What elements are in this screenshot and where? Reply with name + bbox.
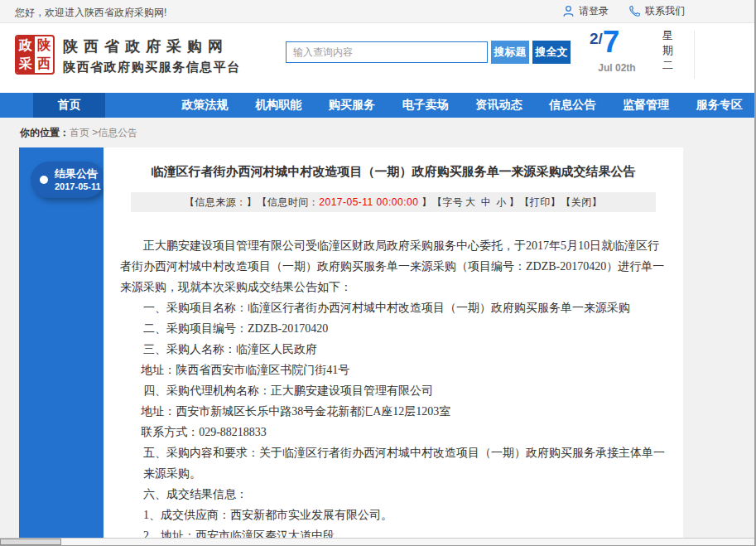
breadcrumb: 你的位置：首页 >信息公告 bbox=[20, 126, 137, 140]
content-panel: 临潼区行者街办西河村城中村改造项目（一期）政府购买服务单一来源采购成交结果公告 … bbox=[104, 147, 683, 545]
article-paragraph: 正大鹏安建设项目管理有限公司受临潼区财政局政府采购服务中心委托，于2017年5月… bbox=[120, 235, 667, 297]
site-logo: 政陕采西 bbox=[15, 35, 55, 75]
print-button[interactable]: 【打印】 bbox=[519, 196, 561, 208]
close-button[interactable]: 【关闭】 bbox=[561, 196, 602, 208]
main-nav: 首页政策法规机构职能购买服务电子卖场资讯动态信息公告监督管理服务专区 bbox=[0, 93, 756, 118]
date-widget: 2/7 bbox=[590, 25, 619, 60]
bullet-dot-icon bbox=[40, 176, 48, 184]
site-header: 政陕采西 陕西省政府采购网 陕西省政府购买服务信息平台 搜标题 搜全文 2/7 … bbox=[0, 24, 756, 93]
scrollbar-thumb[interactable] bbox=[0, 539, 61, 545]
header-divider bbox=[694, 31, 695, 79]
search-input[interactable] bbox=[286, 41, 488, 63]
article-meta-bar: 【信息来源：】【信息时间：2017-05-11 00:00:00 】【字号大中小… bbox=[131, 192, 656, 212]
login-label: 请登录 bbox=[579, 4, 609, 18]
sidebar-date: 2017-05-11 bbox=[55, 181, 101, 191]
nav-item-2[interactable]: 政策法规 bbox=[168, 93, 242, 118]
nav-item-8[interactable]: 监督管理 bbox=[609, 93, 683, 118]
breadcrumb-label: 你的位置： bbox=[20, 127, 70, 138]
nav-item-7[interactable]: 信息公告 bbox=[536, 93, 609, 118]
top-bar: 您好，欢迎进入陕西省政府采购网! 请登录 联系我们 bbox=[0, 0, 756, 23]
main-area: 你的位置：首页 >信息公告 结果公告 2017-05-11 临潼区行者街办西河村… bbox=[0, 118, 756, 545]
article-paragraph: 四、采购代理机构名称：正大鹏安建设项目管理有限公司 bbox=[120, 380, 667, 401]
date-month: 2/ bbox=[590, 30, 603, 47]
welcome-text: 您好，欢迎进入陕西省政府采购网! bbox=[15, 6, 166, 20]
site-subtitle: 陕西省政府购买服务信息平台 bbox=[63, 60, 241, 75]
article-paragraph: 地址：西安市新城区长乐中路38号金花新都汇A座12层1203室 bbox=[120, 401, 667, 422]
article-paragraph: 六、成交结果信息： bbox=[120, 484, 667, 505]
date-english: Jul 02th bbox=[588, 62, 646, 74]
date-weekday: 星期二 bbox=[662, 28, 675, 73]
breadcrumb-path[interactable]: 首页 >信息公告 bbox=[70, 127, 137, 138]
article-paragraph: 一、采购项目名称：临潼区行者街办西河村城中村改造项目（一期）政府购买服务单一来源… bbox=[120, 297, 667, 318]
article-body: 正大鹏安建设项目管理有限公司受临潼区财政局政府采购服务中心委托，于2017年5月… bbox=[104, 235, 683, 546]
meta-fontsize-prefix: 【字号 bbox=[432, 196, 464, 208]
horizontal-scrollbar[interactable] bbox=[0, 538, 756, 545]
logo-char: 政 bbox=[17, 36, 35, 55]
article-paragraph: 1、成交供应商：西安新都市实业发展有限公司。 bbox=[120, 505, 667, 525]
article-paragraph: 三、采购人名称：临潼区人民政府 bbox=[120, 339, 667, 360]
search-title-button[interactable]: 搜标题 bbox=[491, 41, 529, 64]
page-root: 您好，欢迎进入陕西省政府采购网! 请登录 联系我们 政陕采西 陕西省政府采购网 … bbox=[0, 0, 756, 546]
user-icon bbox=[562, 5, 575, 17]
nav-menu: 首页政策法规机构职能购买服务电子卖场资讯动态信息公告监督管理服务专区 bbox=[0, 93, 756, 118]
logo-char: 西 bbox=[35, 55, 53, 73]
fontsize-small-button[interactable]: 小 bbox=[496, 196, 507, 208]
nav-item-6[interactable]: 资讯动态 bbox=[462, 93, 536, 118]
phone-icon bbox=[628, 5, 641, 17]
site-name: 陕西省政府采购网 bbox=[63, 36, 229, 56]
fontsize-large-button[interactable]: 大 bbox=[465, 196, 476, 208]
meta-fontsize-suffix: 】 bbox=[509, 196, 520, 208]
article-paragraph: 五、采购内容和要求：关于临潼区行者街办西河村城中村改造项目（一期）政府购买服务承… bbox=[120, 442, 667, 484]
date-day: 7 bbox=[603, 25, 620, 59]
sidebar: 结果公告 2017-05-11 bbox=[19, 147, 104, 545]
meta-time-value: 2017-05-11 00:00:00 bbox=[319, 196, 418, 208]
contact-label: 联系我们 bbox=[645, 4, 685, 18]
top-bar-links: 请登录 联系我们 bbox=[562, 4, 685, 18]
contact-link[interactable]: 联系我们 bbox=[628, 4, 685, 18]
logo-char: 陕 bbox=[35, 36, 53, 55]
article-paragraph: 二、采购项目编号：ZDZB-20170420 bbox=[120, 318, 667, 339]
nav-item-9[interactable]: 服务专区 bbox=[682, 93, 756, 118]
meta-time-suffix: 】 bbox=[418, 196, 431, 208]
logo-char: 采 bbox=[17, 55, 35, 73]
meta-time-prefix: 【信息时间： bbox=[257, 196, 319, 208]
article-paragraph: 联系方式：029-88218833 bbox=[120, 422, 667, 442]
search-bar: 搜标题 搜全文 bbox=[286, 41, 571, 64]
article-paragraph: 地址：陕西省西安市临潼区书院门街41号 bbox=[120, 360, 667, 380]
nav-item-4[interactable]: 购买服务 bbox=[315, 93, 389, 118]
nav-item-5[interactable]: 电子卖场 bbox=[388, 93, 462, 118]
meta-source: 【信息来源：】 bbox=[185, 196, 258, 208]
fontsize-medium-button[interactable]: 中 bbox=[481, 196, 492, 208]
nav-item-3[interactable]: 机构职能 bbox=[242, 93, 315, 118]
search-fulltext-button[interactable]: 搜全文 bbox=[532, 41, 571, 64]
article-title: 临潼区行者街办西河村城中村改造项目（一期）政府购买服务单一来源采购成交结果公告 bbox=[125, 164, 662, 180]
sidebar-item-result-notice[interactable]: 结果公告 2017-05-11 bbox=[31, 162, 104, 198]
login-link[interactable]: 请登录 bbox=[562, 4, 609, 18]
sidebar-category: 结果公告 bbox=[55, 167, 98, 181]
nav-item-1[interactable]: 首页 bbox=[33, 93, 105, 118]
